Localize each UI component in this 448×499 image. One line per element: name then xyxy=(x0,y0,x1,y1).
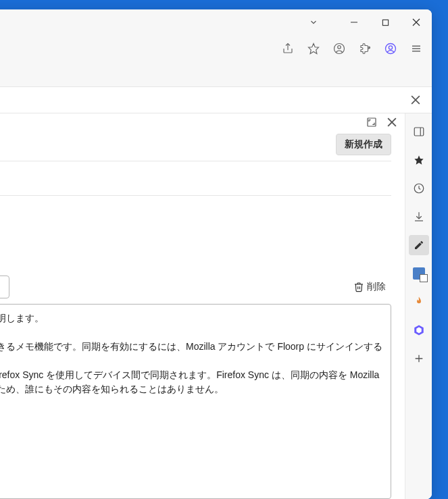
note-list: Floorp Notes へようこそ！ xyxy=(0,161,391,195)
extensions-icon[interactable] xyxy=(355,38,375,59)
tab-overflow-chevron-icon[interactable] xyxy=(309,18,318,27)
sidebar-addon-icon[interactable] xyxy=(409,292,429,312)
sidebar-add-icon[interactable] xyxy=(409,348,429,369)
sidebar-bookmarks-icon[interactable] xyxy=(409,150,429,170)
note-title-input[interactable] xyxy=(0,275,9,298)
notes-panel: Floorp Notes BETA 新規作成 Floorp Notes へようこ… xyxy=(0,113,405,499)
app-menu-icon[interactable] xyxy=(406,38,426,59)
notes-header: Floorp Notes BETA 新規作成 xyxy=(0,134,391,161)
sidebar-history-icon[interactable] xyxy=(409,178,429,199)
share-icon[interactable] xyxy=(278,38,298,59)
svg-rect-15 xyxy=(368,118,376,126)
svg-rect-18 xyxy=(414,128,424,136)
sidebar-webapp-icon[interactable] xyxy=(409,320,429,340)
findbar: タを選択(C) xyxy=(0,86,432,113)
notes-wrap: Floorp Notes BETA 新規作成 Floorp Notes へようこ… xyxy=(0,131,402,499)
titlebar xyxy=(0,9,432,35)
sidebar-panel-icon[interactable] xyxy=(409,122,429,142)
delete-note-button[interactable]: 削除 xyxy=(348,277,391,297)
svg-marker-20 xyxy=(414,155,423,164)
sidebar-translate-icon[interactable] xyxy=(409,263,429,284)
delete-label: 削除 xyxy=(367,281,386,293)
toolbar xyxy=(0,35,432,62)
note-editor-header: 削除 xyxy=(0,270,391,304)
content-row: ❯ が Floorp Notes BETA 新規作成 xyxy=(0,113,432,499)
sidebar-notes-icon[interactable] xyxy=(409,235,429,255)
note-body-textarea[interactable]: Floorp Notes へようこそ！使い方を説明します。 Floorp Not… xyxy=(0,304,391,499)
window-close-button[interactable] xyxy=(401,9,432,35)
browser-window: タを選択(C) ❯ が xyxy=(0,9,432,499)
sidebar-downloads-icon[interactable] xyxy=(409,207,429,227)
svg-rect-1 xyxy=(382,20,388,25)
bookmark-star-icon[interactable] xyxy=(303,38,324,59)
new-note-button[interactable]: 新規作成 xyxy=(336,134,391,155)
right-sidebar xyxy=(405,113,432,499)
account-icon[interactable] xyxy=(329,38,349,59)
svg-point-9 xyxy=(389,46,392,49)
panel-expand-icon[interactable] xyxy=(364,115,379,130)
svg-point-7 xyxy=(338,46,341,49)
svg-marker-5 xyxy=(309,44,319,54)
window-maximize-button[interactable] xyxy=(370,9,401,35)
window-minimize-button[interactable] xyxy=(339,9,370,35)
panel-controls xyxy=(0,113,402,131)
note-list-item[interactable]: Floorp Notes へようこそ！ xyxy=(0,168,391,188)
panel-close-icon[interactable] xyxy=(384,115,399,130)
profile-icon[interactable] xyxy=(380,38,401,59)
trash-icon xyxy=(353,282,364,292)
addressbar-row xyxy=(0,62,432,86)
findbar-close-button[interactable] xyxy=(406,90,425,109)
